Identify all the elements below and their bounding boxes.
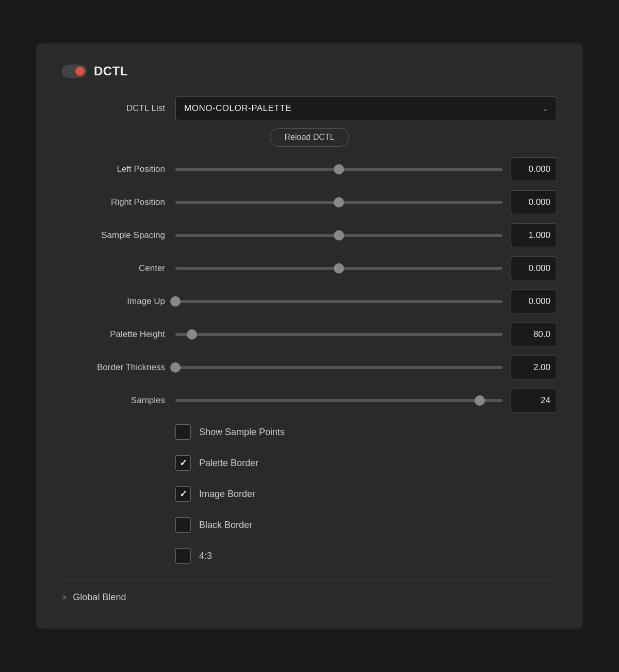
slider-thumb-image-up[interactable]: [170, 296, 181, 307]
slider-label-palette-height: Palette Height: [62, 329, 175, 340]
checkbox-label-palette-border: Palette Border: [199, 458, 258, 469]
slider-thumb-border-thickness[interactable]: [170, 362, 181, 373]
slider-label-image-up: Image Up: [62, 296, 175, 307]
slider-track-right-position[interactable]: [175, 201, 502, 204]
panel-title: DCTL: [94, 64, 128, 78]
slider-row-image-up: Image Up 0.000: [62, 287, 557, 316]
checkmark-icon: ✓: [180, 457, 187, 469]
checkmark-icon: ✓: [180, 488, 187, 500]
slider-control-border-thickness: 2.00: [175, 356, 557, 379]
slider-row-samples: Samples 24: [62, 386, 557, 415]
slider-control-image-up: 0.000: [175, 290, 557, 313]
dctl-toggle[interactable]: [62, 65, 87, 78]
global-blend-section[interactable]: > Global Blend: [62, 579, 557, 603]
slider-thumb-right-position[interactable]: [334, 197, 344, 207]
slider-row-border-thickness: Border Thickness 2.00: [62, 353, 557, 382]
dctl-list-value: MONO-COLOR-PALETTE: [184, 103, 291, 114]
slider-row-right-position: Right Position 0.000: [62, 188, 557, 217]
value-box-sample-spacing[interactable]: 1.000: [511, 223, 557, 247]
reload-dctl-button[interactable]: Reload DCTL: [270, 128, 350, 147]
global-blend-label: Global Blend: [73, 592, 126, 603]
value-box-border-thickness[interactable]: 2.00: [511, 356, 557, 379]
slider-row-palette-height: Palette Height 80.0: [62, 320, 557, 349]
value-box-right-position[interactable]: 0.000: [511, 190, 557, 214]
slider-label-sample-spacing: Sample Spacing: [62, 230, 175, 241]
main-panel: DCTL DCTL List MONO-COLOR-PALETTE ⌄ Relo…: [36, 43, 583, 629]
checkbox-show-sample-points[interactable]: [175, 424, 191, 440]
checkboxes-container: Show Sample Points ✓ Palette Border ✓ Im…: [175, 419, 557, 569]
slider-track-image-up[interactable]: [175, 300, 502, 303]
panel-header: DCTL: [62, 64, 557, 78]
slider-control-samples: 24: [175, 389, 557, 412]
checkbox-black-border[interactable]: [175, 517, 191, 533]
slider-control-palette-height: 80.0: [175, 323, 557, 346]
chevron-right-icon: >: [62, 593, 67, 602]
value-box-samples[interactable]: 24: [511, 389, 557, 412]
slider-thumb-sample-spacing[interactable]: [334, 230, 344, 241]
value-box-palette-height[interactable]: 80.0: [511, 323, 557, 346]
checkbox-row-image-border: ✓ Image Border: [175, 481, 557, 507]
slider-row-left-position: Left Position 0.000: [62, 155, 557, 184]
value-box-center[interactable]: 0.000: [511, 257, 557, 280]
slider-thumb-palette-height[interactable]: [187, 329, 197, 340]
slider-track-palette-height[interactable]: [175, 333, 502, 336]
slider-label-border-thickness: Border Thickness: [62, 362, 175, 373]
slider-label-left-position: Left Position: [62, 164, 175, 174]
chevron-down-icon: ⌄: [542, 104, 548, 113]
slider-control-right-position: 0.000: [175, 190, 557, 214]
slider-thumb-samples[interactable]: [475, 395, 485, 406]
checkbox-label-show-sample-points: Show Sample Points: [199, 427, 285, 438]
checkbox-row-show-sample-points: Show Sample Points: [175, 419, 557, 445]
slider-track-sample-spacing[interactable]: [175, 234, 502, 237]
dctl-list-dropdown[interactable]: MONO-COLOR-PALETTE ⌄: [175, 97, 557, 120]
checkbox-label-black-border: Black Border: [199, 520, 252, 531]
slider-control-left-position: 0.000: [175, 157, 557, 181]
slider-thumb-left-position[interactable]: [334, 164, 344, 174]
slider-fill-border-thickness: [175, 366, 502, 369]
slider-row-center: Center 0.000: [62, 254, 557, 283]
checkbox-row-aspect-43: 4:3: [175, 543, 557, 569]
slider-track-samples[interactable]: [175, 399, 502, 402]
slider-thumb-center[interactable]: [334, 263, 344, 274]
slider-fill-samples: [175, 399, 502, 402]
dctl-list-label: DCTL List: [62, 103, 175, 114]
slider-fill-image-up: [175, 300, 502, 303]
slider-track-left-position[interactable]: [175, 168, 502, 171]
checkbox-aspect-43[interactable]: [175, 548, 191, 564]
slider-control-center: 0.000: [175, 257, 557, 280]
checkbox-label-aspect-43: 4:3: [199, 551, 212, 562]
slider-row-sample-spacing: Sample Spacing 1.000: [62, 221, 557, 250]
slider-track-center[interactable]: [175, 267, 502, 270]
checkbox-row-black-border: Black Border: [175, 512, 557, 538]
sliders-container: Left Position 0.000 Right Position 0.000…: [62, 155, 557, 415]
checkbox-palette-border[interactable]: ✓: [175, 455, 191, 471]
slider-fill-palette-height: [175, 333, 502, 336]
dctl-list-row: DCTL List MONO-COLOR-PALETTE ⌄: [62, 94, 557, 123]
toggle-dot: [75, 67, 85, 76]
slider-label-center: Center: [62, 263, 175, 274]
dctl-list-control: MONO-COLOR-PALETTE ⌄: [175, 97, 557, 120]
slider-track-border-thickness[interactable]: [175, 366, 502, 369]
checkbox-image-border[interactable]: ✓: [175, 486, 191, 502]
slider-control-sample-spacing: 1.000: [175, 223, 557, 247]
value-box-left-position[interactable]: 0.000: [511, 157, 557, 181]
slider-label-samples: Samples: [62, 395, 175, 406]
value-box-image-up[interactable]: 0.000: [511, 290, 557, 313]
checkbox-label-image-border: Image Border: [199, 489, 255, 500]
slider-label-right-position: Right Position: [62, 197, 175, 207]
reload-button-row: Reload DCTL: [62, 128, 557, 147]
checkbox-row-palette-border: ✓ Palette Border: [175, 450, 557, 476]
